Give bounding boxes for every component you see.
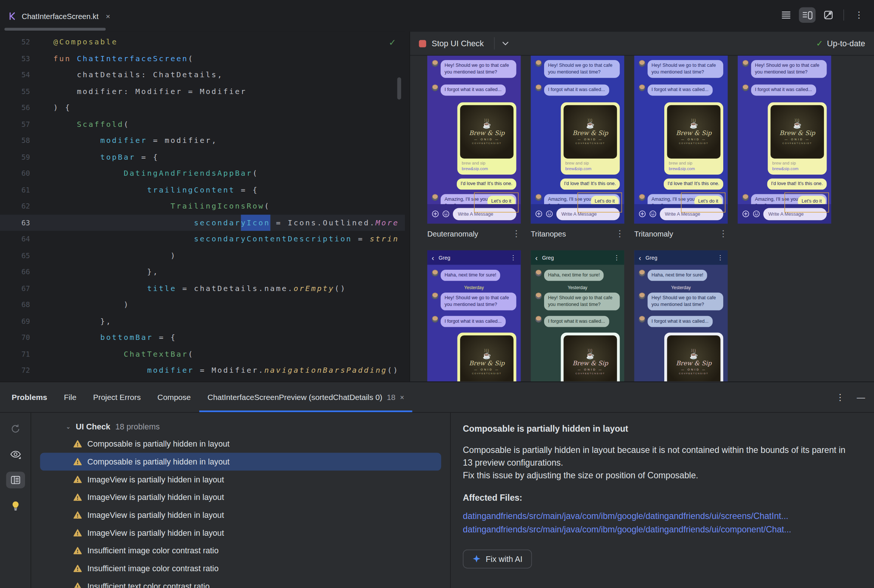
code-line[interactable]: 67 title = chatDetails.name.orEmpty()	[0, 280, 405, 297]
affected-file-link[interactable]: datingandfriends/src/main/java/com/ibm/g…	[463, 509, 857, 523]
preview-menu-icon[interactable]: ⋮	[512, 229, 521, 238]
quick-fix-bulb-icon[interactable]	[6, 497, 25, 514]
close-tab-icon[interactable]: ×	[106, 12, 110, 21]
code-line[interactable]: 61 trailingContent = {	[0, 182, 405, 198]
refresh-icon[interactable]	[6, 420, 25, 437]
code-line[interactable]: 58 modifier = modifier,	[0, 132, 405, 149]
code-token: = {	[135, 149, 159, 165]
split-view-icon[interactable]	[799, 7, 816, 23]
fix-with-ai-button[interactable]: Fix with AI	[463, 549, 532, 568]
preview-card[interactable]: Hey! Should we go to that cafe you menti…	[634, 56, 728, 224]
panel-options-icon[interactable]: ⋮	[836, 393, 844, 402]
add-icon[interactable]	[535, 210, 542, 218]
code-line[interactable]: 54 chatDetails: ChatDetails,	[0, 67, 405, 83]
problem-item[interactable]: ImageView is partially hidden in layout	[40, 506, 441, 524]
stop-ui-check-button[interactable]: Stop UI Check	[432, 39, 484, 48]
preview-card[interactable]: Hey! Should we go to that cafe you menti…	[531, 56, 624, 224]
tab-problems[interactable]: Problems	[3, 382, 56, 412]
warning-icon	[74, 564, 82, 572]
chat-top-bar: ‹ Greg ⋮	[427, 250, 521, 265]
preview-menu-icon[interactable]: ⋮	[719, 229, 728, 238]
problem-item[interactable]: Insufficient text color contrast ratio	[40, 577, 441, 588]
emoji-icon[interactable]	[753, 210, 760, 218]
problem-item[interactable]: Composable is partially hidden in layout	[40, 435, 441, 453]
design-view-icon[interactable]	[820, 7, 837, 23]
problem-item[interactable]: Insufficient image color contrast ratio	[40, 542, 441, 560]
stop-icon[interactable]	[419, 40, 426, 47]
brand-subtitle: — ONID —	[474, 368, 500, 371]
preview-card[interactable]: ‹ Greg ⋮ Haha, next time for sure! Yeste…	[427, 250, 521, 382]
brand-subtitle: — ONID —	[681, 368, 706, 371]
code-line[interactable]: 71 ChatTextBar(	[0, 346, 405, 362]
code-line[interactable]: 56) {	[0, 100, 405, 116]
link-url[interactable]: brew&sip.com	[565, 166, 617, 171]
code-line[interactable]: 65 )	[0, 248, 405, 264]
problem-item[interactable]: Insufficient image color contrast ratio	[40, 560, 441, 578]
code-line[interactable]: 69 },	[0, 313, 405, 330]
tab-file[interactable]: File	[56, 382, 85, 412]
tab-scroll-indicator[interactable]	[5, 28, 106, 31]
code-line[interactable]: 73 onAddClick = {}	[0, 378, 405, 381]
chevron-down-icon[interactable]: ⌄	[66, 423, 71, 430]
kotlin-file-icon	[8, 12, 17, 21]
ui-check-highlight-box	[474, 192, 518, 213]
brand-tagline: COVFEETCNSIDT	[782, 142, 812, 145]
file-tab[interactable]: ChatInterfaceScreen.kt ×	[8, 6, 110, 27]
code-editor[interactable]: 52@Composable53fun ChatInterfaceScreen(5…	[0, 32, 405, 382]
code-line[interactable]: 59 topBar = {	[0, 149, 405, 165]
preview-problem-eye-icon[interactable]	[6, 446, 25, 463]
preview-card[interactable]: Hey! Should we go to that cafe you menti…	[427, 56, 521, 224]
code-line[interactable]: 55 modifier: Modifier = Modifier	[0, 83, 405, 100]
back-icon[interactable]: ‹	[535, 254, 538, 261]
chat-menu-icon[interactable]: ⋮	[614, 255, 619, 260]
chat-menu-icon[interactable]: ⋮	[717, 255, 723, 260]
code-token: navigationBarsPadding	[264, 362, 387, 379]
tab-compose[interactable]: Compose	[149, 382, 199, 412]
code-line[interactable]: 57 Scaffold(	[0, 116, 405, 132]
inspections-ok-icon[interactable]: ✓	[389, 37, 396, 48]
preview-card[interactable]: Hey! Should we go to that cafe you menti…	[738, 56, 831, 224]
affected-file-link[interactable]: datingandfriends/src/main/java/com/ibm/g…	[463, 523, 857, 536]
editor-scrollbar[interactable]	[397, 77, 401, 100]
line-number: 68	[0, 297, 53, 313]
back-icon[interactable]: ‹	[432, 254, 434, 261]
show-details-pane-icon[interactable]	[6, 472, 25, 488]
problem-item[interactable]: Composable is partially hidden in layout	[40, 453, 441, 471]
more-options-icon[interactable]: ⋮	[850, 7, 867, 23]
tab-preview-results[interactable]: ChatInterfaceScreenPreview (sortedChatDe…	[199, 382, 413, 412]
code-line[interactable]: 66 },	[0, 264, 405, 280]
close-tab-icon[interactable]: ×	[400, 393, 404, 401]
code-line[interactable]: 70 bottomBar = {	[0, 330, 405, 346]
emoji-icon[interactable]	[442, 210, 449, 218]
add-icon[interactable]	[742, 210, 749, 218]
link-url[interactable]: brew&sip.com	[462, 166, 514, 171]
problem-item-label: ImageView is partially hidden in layout	[87, 475, 224, 484]
add-icon[interactable]	[638, 210, 646, 218]
link-url[interactable]: brew&sip.com	[669, 166, 721, 171]
problem-item[interactable]: ImageView is partially hidden in layout	[40, 488, 441, 506]
code-line[interactable]: 52@Composable	[0, 34, 405, 50]
code-line[interactable]: 64 secondaryContentDescription = strin	[0, 231, 405, 248]
tab-project-errors[interactable]: Project Errors	[85, 382, 149, 412]
link-url[interactable]: brew&sip.com	[772, 166, 824, 171]
problem-item[interactable]: ImageView is partially hidden in layout	[40, 524, 441, 542]
problem-group-header[interactable]: ⌄ UI Check 18 problems	[31, 418, 450, 435]
add-icon[interactable]	[432, 210, 439, 218]
code-line[interactable]: 72 modifier = Modifier.navigationBarsPad…	[0, 362, 405, 379]
preview-menu-icon[interactable]: ⋮	[616, 229, 624, 238]
code-line[interactable]: 60 DatingAndFriendsAppBar(	[0, 165, 405, 182]
preview-card[interactable]: ‹ Greg ⋮ Haha, next time for sure! Yeste…	[531, 250, 624, 382]
code-line[interactable]: 62 TrailingIconsRow(	[0, 198, 405, 214]
problem-item[interactable]: ImageView is partially hidden in layout	[40, 471, 441, 488]
hide-panel-icon[interactable]: —	[857, 393, 865, 402]
code-line[interactable]: 68 )	[0, 297, 405, 313]
chat-menu-icon[interactable]: ⋮	[510, 255, 516, 260]
code-view-icon[interactable]	[778, 7, 794, 23]
chevron-down-icon[interactable]	[502, 41, 508, 45]
preview-card[interactable]: ‹ Greg ⋮ Haha, next time for sure! Yeste…	[634, 250, 728, 382]
emoji-icon[interactable]	[546, 210, 553, 218]
back-icon[interactable]: ‹	[638, 254, 641, 261]
code-line[interactable]: 53fun ChatInterfaceScreen(	[0, 50, 405, 67]
emoji-icon[interactable]	[649, 210, 656, 218]
code-line[interactable]: 63 secondaryIcon = Icons.Outlined.More	[0, 214, 405, 231]
